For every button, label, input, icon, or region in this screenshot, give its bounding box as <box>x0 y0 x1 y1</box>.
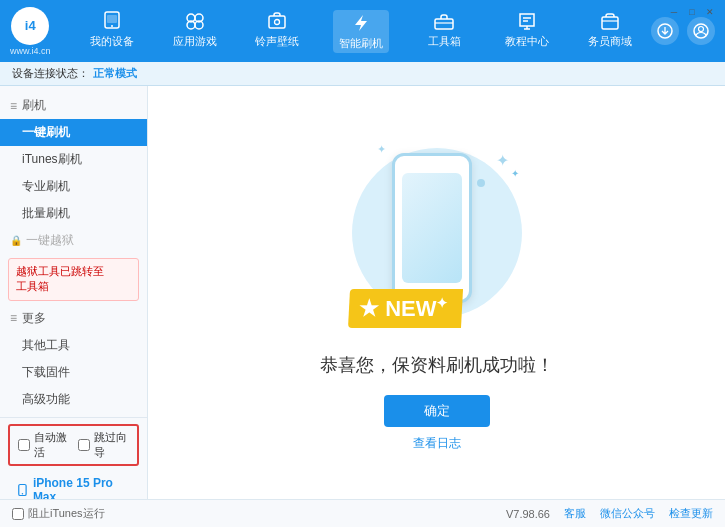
nav-my-device[interactable]: 我的设备 <box>84 10 139 53</box>
more-icon: ≡ <box>10 311 17 325</box>
itunes-label: 阻止iTunes运行 <box>28 506 105 521</box>
footer-left: 阻止iTunes运行 <box>12 506 105 521</box>
svg-point-15 <box>699 27 704 32</box>
sparkle-star2: ✦ <box>511 168 519 179</box>
more-header-label: 更多 <box>22 310 46 327</box>
minimize-button[interactable]: ─ <box>667 5 681 19</box>
version-text: V7.98.66 <box>506 508 550 520</box>
toolbox-icon <box>431 10 457 32</box>
lock-icon: 🔒 <box>10 235 22 246</box>
itunes-flash-label: iTunes刷机 <box>22 152 82 166</box>
apps-icon <box>182 10 208 32</box>
success-text: 恭喜您，保资料刷机成功啦！ <box>320 353 554 377</box>
nav-apps-games[interactable]: 应用游戏 <box>167 10 222 53</box>
svg-rect-1 <box>107 15 117 23</box>
view-log-link[interactable]: 查看日志 <box>413 435 461 452</box>
logo-circle: i4 <box>11 7 49 45</box>
download-firmware-label: 下载固件 <box>22 365 70 379</box>
nav-smart-flash[interactable]: 智能刷机 <box>333 10 389 53</box>
check-update-link[interactable]: 检查更新 <box>669 506 713 521</box>
header: i4 www.i4.cn 我的设备 应用游戏 铃声壁纸 <box>0 0 725 62</box>
footer-right: V7.98.66 客服 微信公众号 检查更新 <box>506 506 713 521</box>
auto-activate-area: 自动激活 跳过向导 <box>8 424 139 466</box>
new-badge: ★ 确定NEW✦ <box>349 289 462 328</box>
footer: 阻止iTunes运行 V7.98.66 客服 微信公众号 检查更新 <box>0 499 725 527</box>
maximize-button[interactable]: □ <box>685 5 699 19</box>
nav-business[interactable]: 务员商域 <box>582 10 637 53</box>
flash-icon <box>348 12 374 34</box>
wechat-link[interactable]: 微信公众号 <box>600 506 655 521</box>
svg-point-17 <box>22 493 23 494</box>
skip-guide-checkbox[interactable] <box>78 439 90 451</box>
auto-activate-label: 自动激活 <box>34 430 70 460</box>
phone-camera <box>477 179 485 187</box>
nav-toolbox-label: 工具箱 <box>428 34 461 49</box>
nav-ringtone-label: 铃声壁纸 <box>255 34 299 49</box>
sidebar-section-more[interactable]: ≡ 更多 <box>0 305 147 332</box>
sidebar-item-pro-flash[interactable]: 专业刷机 <box>0 173 147 200</box>
jailbreak-header-label: 一键越狱 <box>26 232 74 249</box>
device-name: iPhone 15 Pro Max <box>16 476 131 499</box>
status-bar: 设备连接状态： 正常模式 <box>0 62 725 86</box>
ringtone-icon <box>264 10 290 32</box>
close-button[interactable]: ✕ <box>703 5 717 19</box>
svg-point-2 <box>111 25 113 27</box>
status-prefix: 设备连接状态： <box>12 66 89 81</box>
sidebar-item-download-firmware[interactable]: 下载固件 <box>0 359 147 386</box>
itunes-checkbox[interactable] <box>12 508 24 520</box>
nav-business-label: 务员商域 <box>588 34 632 49</box>
sidebar-bottom: 自动激活 跳过向导 iPhone 15 Pro Max 512GB iPhone <box>0 417 147 499</box>
jailbreak-warning: 越狱工具已跳转至工具箱 <box>8 258 139 301</box>
nav-toolbox[interactable]: 工具箱 <box>417 10 472 53</box>
flash-sm-icon: ≡ <box>10 99 17 113</box>
nav-ringtone[interactable]: 铃声壁纸 <box>250 10 305 53</box>
phone-illustration: ✦ ✦ ✦ ★ 确定NEW✦ <box>347 133 527 333</box>
new-badge-text: ★ 确定NEW✦ <box>359 295 448 322</box>
customer-service-link[interactable]: 客服 <box>564 506 586 521</box>
window-controls: ─ □ ✕ <box>667 5 717 19</box>
phone-body <box>392 153 472 303</box>
main-layout: ≡ 刷机 一键刷机 iTunes刷机 专业刷机 批量刷机 🔒 一键越狱 越狱工具… <box>0 86 725 499</box>
business-icon <box>597 10 623 32</box>
nav-my-device-label: 我的设备 <box>90 34 134 49</box>
device-info: iPhone 15 Pro Max 512GB iPhone <box>8 472 139 499</box>
device-icon <box>99 10 125 32</box>
device-name-text: iPhone 15 Pro Max <box>33 476 131 499</box>
sidebar: ≡ 刷机 一键刷机 iTunes刷机 专业刷机 批量刷机 🔒 一键越狱 越狱工具… <box>0 86 148 499</box>
nav-tutorial[interactable]: 教程中心 <box>499 10 554 53</box>
svg-rect-7 <box>269 16 285 28</box>
status-value: 正常模式 <box>93 66 137 81</box>
sparkle-stars: ✦ <box>496 151 509 170</box>
sidebar-item-other-tools[interactable]: 其他工具 <box>0 332 147 359</box>
auto-activate-checkbox[interactable] <box>18 439 30 451</box>
sidebar-item-itunes-flash[interactable]: iTunes刷机 <box>0 146 147 173</box>
advanced-label: 高级功能 <box>22 392 70 406</box>
download-button[interactable] <box>651 17 679 45</box>
nav-bar: 我的设备 应用游戏 铃声壁纸 智能刷机 工具箱 <box>71 10 651 53</box>
batch-flash-label: 批量刷机 <box>22 206 70 220</box>
logo-text: i4 <box>25 18 36 33</box>
pro-flash-label: 专业刷机 <box>22 179 70 193</box>
one-click-flash-label: 一键刷机 <box>22 125 70 139</box>
nav-apps-games-label: 应用游戏 <box>173 34 217 49</box>
sparkle-star3: ✦ <box>377 143 386 156</box>
skip-guide-label: 跳过向导 <box>94 430 130 460</box>
user-button[interactable] <box>687 17 715 45</box>
logo-subtitle: www.i4.cn <box>10 46 51 56</box>
sidebar-section-flash[interactable]: ≡ 刷机 <box>0 92 147 119</box>
svg-rect-9 <box>435 19 453 29</box>
sidebar-flash-header-label: 刷机 <box>22 97 46 114</box>
svg-rect-11 <box>602 17 618 29</box>
tutorial-icon <box>514 10 540 32</box>
sidebar-item-batch-flash[interactable]: 批量刷机 <box>0 200 147 227</box>
sidebar-item-one-click-flash[interactable]: 一键刷机 <box>0 119 147 146</box>
itunes-check[interactable]: 阻止iTunes运行 <box>12 506 105 521</box>
sidebar-item-advanced[interactable]: 高级功能 <box>0 386 147 413</box>
svg-point-8 <box>275 19 280 24</box>
phone-screen <box>402 173 462 283</box>
logo: i4 www.i4.cn <box>10 7 51 56</box>
nav-smart-flash-label: 智能刷机 <box>339 36 383 51</box>
ok-button[interactable]: 确定 <box>384 395 490 427</box>
nav-tutorial-label: 教程中心 <box>505 34 549 49</box>
main-content: ✦ ✦ ✦ ★ 确定NEW✦ 恭喜您，保资料刷机成功啦！ 确定 查看日志 <box>148 86 725 499</box>
